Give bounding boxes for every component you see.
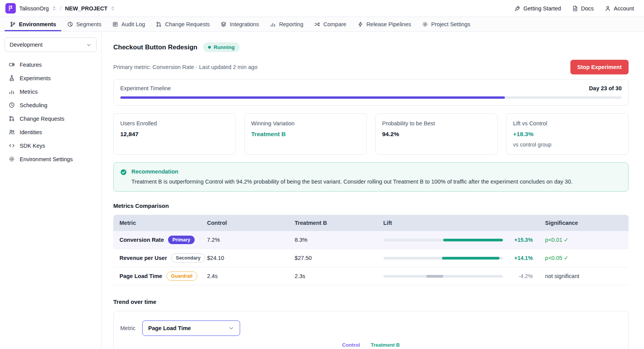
code-icon [8, 142, 15, 149]
experiment-timeline-card: Experiment Timeline Day 23 of 30 [113, 79, 629, 106]
control-value: $24.10 [201, 255, 288, 261]
stat-subtext: vs control group [513, 142, 622, 148]
significance-value: not significant [539, 273, 629, 279]
recommendation-title: Recommendation [131, 169, 573, 175]
environment-selector[interactable]: Development [5, 37, 97, 52]
stat-value: 12,847 [120, 131, 229, 138]
stat-value: +18.3% [513, 131, 622, 138]
sidebar: Development Features Experiments Metrics… [0, 32, 102, 349]
status-dot-icon [208, 46, 211, 49]
org-picker[interactable]: TalissonOrg [19, 5, 57, 12]
metric-name: Page Load Time [119, 273, 162, 279]
sidebar-item-label: Change Requests [20, 116, 64, 122]
metrics-table-header: Metric Control Treatment B Lift Signific… [113, 215, 629, 231]
lift-value: -4.2% [509, 273, 533, 279]
table-row-page-load-time[interactable]: Page Load Time Guardrail 2.4s 2.3s -4.2%… [113, 267, 629, 285]
gear-icon [8, 156, 15, 162]
stat-card-users-enrolled: Users Enrolled 12,847 [113, 113, 236, 155]
tab-audit-log[interactable]: Audit Log [107, 17, 150, 31]
toggle-icon [8, 61, 15, 68]
metric-cell: Conversion Rate Primary [113, 236, 201, 244]
timeline-label: Experiment Timeline [120, 85, 171, 91]
sidebar-item-label: Metrics [20, 89, 38, 95]
stat-value: Treatment B [251, 131, 360, 138]
tab-label: Release Pipelines [367, 21, 411, 27]
significance-value: p<0.05 ✓ [539, 255, 629, 261]
person-icon [605, 5, 611, 12]
lift-bar-fill [426, 275, 443, 278]
table-row-conversion-rate[interactable]: Conversion Rate Primary 7.2% 8.3% +15.3%… [113, 231, 629, 249]
tab-compare[interactable]: Compare [309, 17, 351, 31]
branch-icon [10, 21, 16, 27]
trend-chart-legend: Control Treatment B [120, 342, 622, 348]
stat-label: Lift vs Control [513, 120, 622, 126]
sidebar-item-metrics[interactable]: Metrics [5, 85, 97, 98]
stat-value: 94.2% [382, 131, 491, 138]
significance-value: p<0.01 ✓ [539, 237, 629, 243]
docs-link[interactable]: Docs [572, 5, 594, 12]
tab-integrations[interactable]: Integrations [215, 17, 264, 31]
rocket-icon [514, 5, 520, 12]
sidebar-item-environment-settings[interactable]: Environment Settings [5, 153, 97, 165]
sidebar-item-features[interactable]: Features [5, 58, 97, 71]
tab-reporting[interactable]: Reporting [265, 17, 308, 31]
stop-experiment-button[interactable]: Stop Experiment [570, 60, 629, 74]
recommendation-body: Treatment B is outperforming Control wit… [131, 178, 573, 185]
account-menu[interactable]: Account [605, 5, 634, 12]
tab-project-settings[interactable]: Project Settings [417, 17, 476, 31]
treatment-b-value: $27.50 [289, 255, 377, 261]
sidebar-item-experiments[interactable]: Experiments [5, 72, 97, 84]
sidebar-item-change-requests[interactable]: Change Requests [5, 112, 97, 125]
timeline-header: Experiment Timeline Day 23 of 30 [120, 85, 622, 91]
tab-change-requests[interactable]: Change Requests [151, 17, 215, 31]
people-icon [8, 129, 15, 135]
lift-cell: +14.1% [377, 255, 539, 261]
top-bar: TalissonOrg / NEW_PROJECT Getting Starte… [0, 0, 644, 17]
stat-card-probability-best: Probability to be Best 94.2% [375, 113, 498, 155]
metric-cell: Page Load Time Guardrail [113, 271, 201, 281]
tab-label: Change Requests [165, 21, 210, 27]
tab-label: Environments [19, 21, 56, 27]
trend-card: Metric Page Load Time Control Treatment … [113, 311, 629, 349]
legend-item-treatment-b: Treatment B [371, 342, 400, 348]
stat-cards-row: Users Enrolled 12,847 Winning Variation … [113, 113, 629, 155]
app-root: TalissonOrg / NEW_PROJECT Getting Starte… [0, 0, 644, 349]
flag-logo-icon [7, 5, 14, 12]
tab-label: Segments [76, 21, 101, 27]
compare-icon [314, 21, 320, 27]
primary-badge: Primary [168, 236, 195, 244]
sidebar-item-identities[interactable]: Identities [5, 126, 97, 138]
project-name: NEW_PROJECT [65, 5, 108, 12]
lightning-icon [357, 21, 363, 27]
lift-value: +14.1% [509, 255, 533, 261]
getting-started-link[interactable]: Getting Started [514, 5, 561, 12]
tab-segments[interactable]: Segments [62, 17, 106, 31]
breadcrumb-separator: / [60, 5, 62, 12]
chevron-updown-icon [110, 6, 115, 11]
tab-label: Compare [323, 21, 346, 27]
trend-metric-row: Metric Page Load Time [120, 320, 622, 336]
tab-environments[interactable]: Environments [5, 17, 61, 31]
metric-select[interactable]: Page Load Time [142, 320, 240, 336]
sidebar-item-sdk-keys[interactable]: SDK Keys [5, 139, 97, 152]
chevron-down-icon [228, 325, 234, 331]
tab-label: Integrations [230, 21, 259, 27]
lift-bar-track [383, 239, 503, 241]
tab-release-pipelines[interactable]: Release Pipelines [352, 17, 416, 31]
treatment-b-value: 8.3% [289, 237, 377, 243]
column-header-lift: Lift [377, 220, 539, 226]
metrics-comparison-title: Metrics Comparison [113, 202, 629, 209]
project-picker[interactable]: NEW_PROJECT [65, 5, 115, 12]
account-label: Account [614, 5, 634, 12]
stat-label: Probability to be Best [382, 120, 491, 126]
column-header-control: Control [201, 220, 288, 226]
page-shell: Development Features Experiments Metrics… [0, 32, 644, 349]
control-value: 7.2% [201, 237, 288, 243]
app-logo[interactable] [5, 3, 16, 13]
experiment-meta-row: Primary metric: Conversion Rate · Last u… [113, 60, 629, 74]
sidebar-item-scheduling[interactable]: Scheduling [5, 99, 97, 111]
status-badge-label: Running [214, 44, 235, 50]
treatment-b-value: 2.3s [289, 273, 377, 279]
stat-label: Winning Variation [251, 120, 360, 126]
table-row-revenue-per-user[interactable]: Revenue per User Secondary $24.10 $27.50… [113, 249, 629, 267]
